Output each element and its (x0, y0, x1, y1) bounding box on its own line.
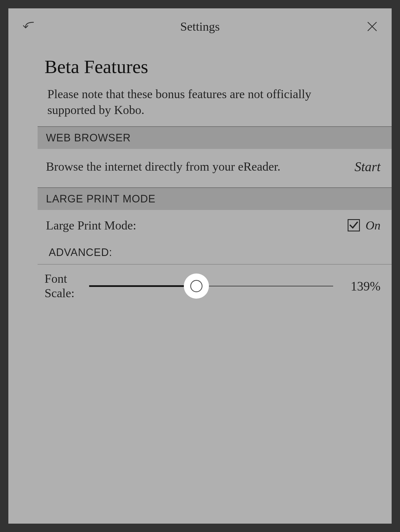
web-browser-description: Browse the internet directly from your e… (46, 159, 343, 175)
section-body-web-browser: Browse the internet directly from your e… (38, 149, 392, 187)
page-title: Beta Features (8, 56, 392, 86)
large-print-toggle-control: On (348, 218, 381, 233)
slider-track-filled (89, 285, 196, 287)
section-header-large-print: LARGE PRINT MODE (38, 187, 392, 210)
close-icon[interactable] (367, 21, 378, 32)
large-print-state: On (365, 218, 381, 233)
content-area: Beta Features Please note that these bon… (8, 39, 392, 308)
font-scale-row: Font Scale: 139% (38, 265, 392, 308)
section-header-web-browser: WEB BROWSER (38, 126, 392, 149)
settings-screen: Settings Beta Features Please note that … (8, 8, 392, 524)
large-print-checkbox[interactable] (348, 219, 360, 231)
header-title: Settings (180, 20, 220, 34)
font-scale-value: 139% (342, 279, 381, 294)
sections-container: WEB BROWSER Browse the internet directly… (8, 126, 392, 308)
large-print-toggle-row: Large Print Mode: On (38, 210, 392, 241)
start-button[interactable]: Start (355, 159, 381, 174)
back-icon[interactable] (22, 20, 36, 33)
slider-thumb-inner (190, 280, 203, 292)
large-print-label: Large Print Mode: (46, 218, 136, 233)
header-bar: Settings (8, 8, 392, 39)
font-scale-label: Font Scale: (45, 272, 81, 301)
page-subtitle: Please note that these bonus features ar… (8, 86, 392, 126)
advanced-label: ADVANCED: (38, 241, 392, 264)
slider-thumb[interactable] (184, 274, 209, 299)
font-scale-slider[interactable] (89, 276, 333, 296)
